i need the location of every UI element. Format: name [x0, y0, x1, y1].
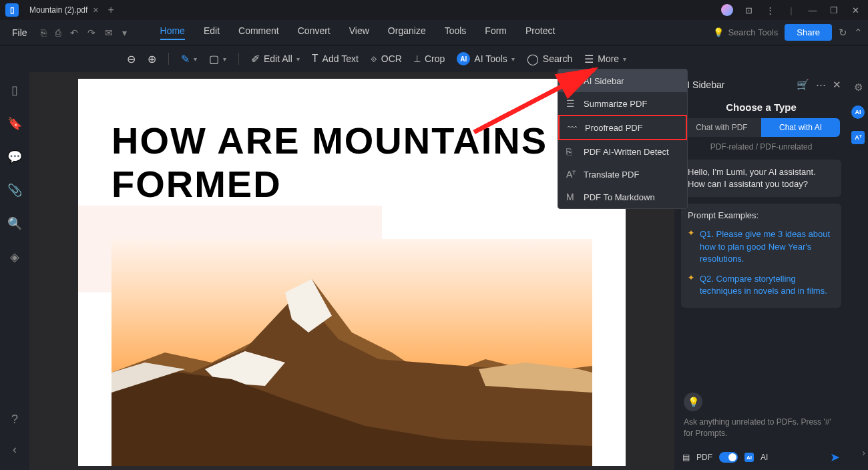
search-tools[interactable]: 💡 Search Tools — [713, 27, 778, 37]
attachment-icon[interactable]: 📎 — [7, 183, 22, 198]
prompt-title: Prompt Examples: — [688, 210, 835, 220]
dd-proofread[interactable]: 〰Proofread PDF — [558, 115, 687, 140]
tab-chat-ai[interactable]: Chat with AI — [761, 118, 840, 137]
toolbar: ⊖ ⊕ ✎▾ ▢▾ ✐Edit All▾ TAdd Text ⟐OCR ⟂Cro… — [0, 45, 868, 72]
zoom-in-button[interactable]: ⊕ — [148, 53, 156, 65]
menu-tools[interactable]: Tools — [445, 25, 467, 40]
bookmark-icon[interactable]: 🔖 — [7, 116, 22, 131]
ai-badge-icon: AI — [744, 453, 754, 462]
choose-type-label: Choose a Type — [674, 95, 848, 118]
print-icon[interactable]: ⎙ — [55, 27, 61, 38]
more-options-icon[interactable]: ⋯ — [816, 79, 826, 91]
more-button[interactable]: ☰More▾ — [584, 53, 626, 65]
chat-type-tabs: Chat with PDF Chat with AI — [682, 118, 840, 137]
thumbnail-icon[interactable]: ▯ — [11, 83, 18, 97]
menubar: File ⎘ ⎙ ↶ ↷ ✉ ▾ Home Edit Comment Conve… — [0, 20, 868, 45]
collapse-icon[interactable]: ⌃ — [854, 27, 863, 39]
dd-ai-sidebar[interactable]: ✓AI Sidebar — [558, 69, 687, 92]
menu-edit[interactable]: Edit — [204, 25, 220, 40]
menu-view[interactable]: View — [349, 25, 369, 40]
close-panel-icon[interactable]: ✕ — [833, 79, 841, 91]
pdf-page: HOW ARE MOUNTAINS FORMED — [78, 79, 626, 466]
undo-icon[interactable]: ↶ — [70, 27, 78, 38]
search-button[interactable]: ◯Search — [527, 53, 572, 65]
redo-icon[interactable]: ↷ — [87, 27, 95, 38]
help-icon[interactable]: ? — [11, 413, 18, 427]
right-rail: ⚙ AI Aᵀ › — [848, 72, 868, 470]
related-hint: PDF-related / PDF-unrelated — [674, 137, 848, 157]
check-icon: ✓ — [566, 75, 577, 86]
dd-summarize[interactable]: ☰Summarize PDF — [558, 92, 687, 115]
kebab-icon[interactable]: ⋮ — [764, 5, 776, 15]
ai-sidebar-panel: AI Sidebar 🛒 ⋯ ✕ Choose a Type Chat with… — [674, 72, 848, 470]
mountain-image — [112, 239, 592, 466]
close-window-button[interactable]: ✕ — [849, 5, 861, 15]
tab-chat-pdf[interactable]: Chat with PDF — [682, 118, 761, 137]
minimize-button[interactable]: — — [807, 5, 819, 15]
ai-footer: ▤ PDF AI AI ➤ — [674, 445, 848, 470]
menu-form[interactable]: Form — [485, 25, 507, 40]
pdf-toggle[interactable] — [719, 452, 738, 463]
document-tab[interactable]: Mountain (2).pdf × — [24, 0, 101, 20]
search-panel-icon[interactable]: 🔍 — [7, 216, 22, 231]
dd-ai-detect[interactable]: ⎘PDF AI-Written Detect — [558, 140, 687, 163]
dd-markdown[interactable]: MPDF To Markdown — [558, 186, 687, 208]
menu-comment[interactable]: Comment — [238, 25, 279, 40]
lightbulb-icon: 💡 — [713, 27, 724, 37]
share-button[interactable]: Share — [785, 24, 832, 41]
markdown-icon: M — [566, 192, 577, 202]
summarize-icon: ☰ — [566, 98, 577, 109]
app-icon: ▯ — [5, 3, 19, 17]
tab-title: Mountain (2).pdf — [29, 5, 87, 15]
layers-icon[interactable]: ◈ — [10, 250, 19, 264]
prompt-link-2[interactable]: Q2. Compare storytelling techniques in n… — [700, 273, 835, 297]
new-tab-button[interactable]: + — [101, 4, 120, 16]
titlebar: ▯ Mountain (2).pdf × + ⊡ ⋮ | — ❐ ✕ — [0, 0, 868, 20]
dd-translate[interactable]: AᵀTranslate PDF — [558, 163, 687, 186]
hint-bulb-icon[interactable]: 💡 — [684, 393, 702, 411]
file-menu[interactable]: File — [5, 27, 34, 38]
sparkle-icon: ✦ — [688, 228, 694, 265]
collapse-left-icon[interactable]: ‹ — [13, 443, 17, 457]
highlight-tool[interactable]: ✎▾ — [181, 53, 197, 65]
main-menu: Home Edit Comment Convert View Organize … — [160, 25, 556, 40]
avatar[interactable] — [721, 4, 733, 16]
sliders-icon[interactable]: ⚙ — [854, 81, 863, 93]
pdf-indicator-icon: ▤ — [682, 453, 690, 462]
maximize-button[interactable]: ❐ — [828, 5, 840, 15]
edit-all-button[interactable]: ✐Edit All▾ — [251, 53, 300, 65]
ai-panel-title: AI Sidebar — [681, 79, 790, 90]
ai-label: AI — [761, 453, 768, 462]
prompt-link-1[interactable]: Q1. Please give me 3 ideas about how to … — [700, 228, 835, 265]
send-button[interactable]: ➤ — [830, 450, 840, 465]
menu-convert[interactable]: Convert — [298, 25, 331, 40]
open-icon[interactable]: ⎘ — [41, 27, 46, 38]
sync-icon[interactable]: ↻ — [839, 27, 847, 39]
cart-icon[interactable]: 🛒 — [797, 79, 809, 91]
message-icon[interactable]: ⊡ — [742, 5, 754, 15]
menu-organize[interactable]: Organize — [388, 25, 426, 40]
ai-tools-button[interactable]: AIAI Tools▾ — [457, 52, 515, 65]
expand-right-icon[interactable]: › — [862, 447, 865, 458]
dropdown-qa-icon[interactable]: ▾ — [122, 27, 127, 38]
shape-tool[interactable]: ▢▾ — [209, 53, 226, 65]
translate-rail-button[interactable]: Aᵀ — [851, 131, 865, 144]
close-tab-icon[interactable]: × — [93, 5, 98, 15]
ai-rail-button[interactable]: AI — [851, 105, 865, 119]
zoom-out-button[interactable]: ⊖ — [127, 53, 136, 65]
ai-tools-dropdown: ✓AI Sidebar ☰Summarize PDF 〰Proofread PD… — [558, 69, 688, 209]
prompt-examples: Prompt Examples: ✦ Q1. Please give me 3 … — [681, 204, 841, 308]
menu-protect[interactable]: Protect — [525, 25, 555, 40]
add-text-button[interactable]: TAdd Text — [312, 53, 359, 65]
translate-icon: Aᵀ — [566, 169, 577, 180]
ocr-button[interactable]: ⟐OCR — [371, 53, 402, 65]
assistant-message: Hello, I'm Lumi, your AI assistant. How … — [681, 160, 841, 197]
comments-icon[interactable]: 💬 — [7, 150, 22, 164]
ask-placeholder[interactable]: Ask anything unrelated to PDFs. Press '#… — [674, 411, 848, 445]
detect-icon: ⎘ — [566, 146, 577, 157]
sparkle-icon: ✦ — [688, 273, 694, 297]
crop-button[interactable]: ⟂Crop — [414, 53, 445, 65]
mail-icon[interactable]: ✉ — [105, 27, 113, 38]
menu-home[interactable]: Home — [160, 25, 185, 40]
page-heading: HOW ARE MOUNTAINS FORMED — [112, 119, 592, 206]
